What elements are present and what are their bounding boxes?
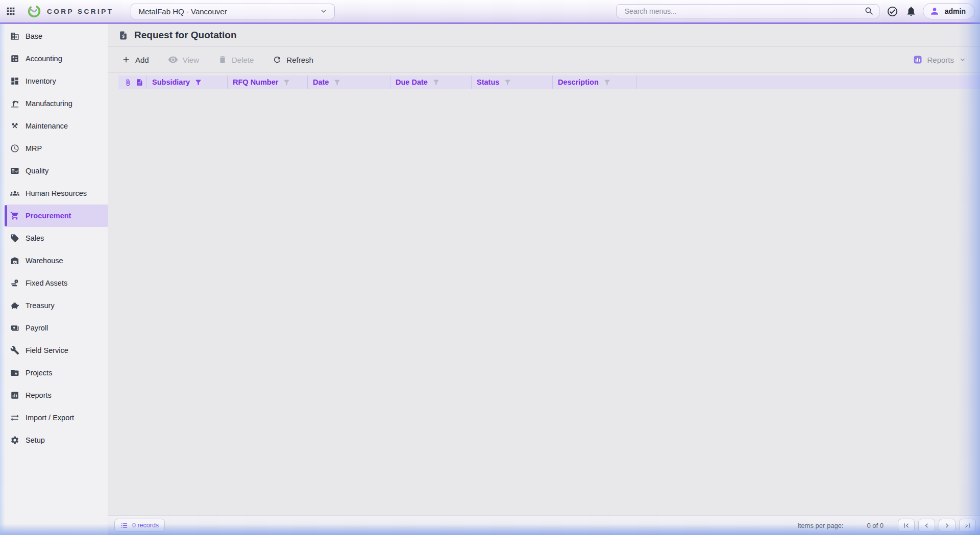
first-page-button[interactable]: [898, 519, 915, 532]
sidebar-item-sales[interactable]: Sales: [0, 227, 108, 249]
sidebar-item-accounting[interactable]: Accounting: [0, 47, 108, 70]
column-header-rfq-number[interactable]: RFQ Number: [228, 75, 308, 89]
clock-icon: [10, 144, 19, 153]
column-header-status[interactable]: Status: [472, 75, 553, 89]
doc-icon: [136, 79, 143, 86]
brand-name: CORP SCRIPT: [47, 8, 114, 15]
filter-icon[interactable]: [432, 79, 440, 86]
company-selector[interactable]: MetalFab HQ - Vancouver: [131, 4, 335, 19]
sidebar-item-label: Field Service: [26, 346, 68, 354]
sidebar-item-human-resources[interactable]: Human Resources: [0, 182, 108, 205]
previous-page-button[interactable]: [918, 519, 935, 532]
records-count-chip[interactable]: 0 records: [114, 519, 165, 532]
reports-dropdown-button[interactable]: Reports: [913, 55, 967, 64]
check-circle-icon[interactable]: [887, 6, 898, 17]
request-quote-icon: $: [118, 31, 128, 40]
sidebar-item-reports[interactable]: Reports: [0, 384, 108, 406]
sidebar-item-label: Manufacturing: [26, 99, 72, 108]
column-header-subsidiary[interactable]: Subsidiary: [147, 75, 228, 89]
sidebar-item-setup[interactable]: Setup: [0, 429, 108, 451]
sidebar-item-fixed-assets[interactable]: Fixed Assets: [0, 272, 108, 294]
sidebar-item-payroll[interactable]: Payroll: [0, 317, 108, 339]
sidebar-item-quality[interactable]: Quality: [0, 160, 108, 182]
sidebar-item-projects[interactable]: Projects: [0, 362, 108, 384]
column-header-label: RFQ Number: [233, 78, 278, 86]
sidebar-item-label: Reports: [26, 391, 52, 399]
precision-manufacturing-icon: [10, 99, 19, 108]
filter-icon[interactable]: [504, 79, 511, 86]
eye-icon: [168, 55, 178, 65]
sidebar-item-label: Base: [26, 32, 42, 40]
sidebar-item-label: Sales: [26, 234, 44, 242]
pager-buttons: [898, 519, 976, 532]
pagination: Items per page: 0 of 0: [797, 519, 976, 532]
filter-icon[interactable]: [603, 79, 611, 86]
sidebar-item-manufacturing[interactable]: Manufacturing: [0, 92, 108, 115]
sidebar-item-label: Maintenance: [26, 122, 68, 130]
refresh-button[interactable]: Refresh: [273, 55, 313, 64]
search-icon[interactable]: [864, 6, 874, 16]
toolbar-button-label: Refresh: [286, 56, 313, 64]
fact-check-icon: [10, 166, 19, 175]
domain-icon: [10, 32, 19, 41]
delete-button[interactable]: Delete: [218, 55, 254, 64]
sidebar-item-treasury[interactable]: Treasury: [0, 294, 108, 317]
records-count-label: 0 records: [132, 522, 159, 529]
brand-logo: CORP SCRIPT: [27, 4, 114, 19]
wrench-icon: [10, 346, 19, 355]
shopping-cart-icon: [10, 211, 19, 220]
sidebar-item-label: MRP: [26, 144, 42, 152]
filter-icon[interactable]: [194, 79, 202, 86]
sidebar-item-base[interactable]: Base: [0, 25, 108, 47]
user-menu[interactable]: admin: [923, 3, 975, 19]
column-header-description[interactable]: Description: [553, 75, 637, 89]
column-header-icons[interactable]: [118, 75, 147, 89]
view-button[interactable]: View: [168, 55, 199, 65]
column-header-label: Due Date: [396, 78, 428, 86]
last-page-button[interactable]: [959, 519, 976, 532]
search-input[interactable]: [624, 7, 864, 16]
bell-icon[interactable]: [905, 6, 917, 17]
sidebar-item-label: Inventory: [26, 77, 56, 85]
filter-icon[interactable]: [333, 79, 341, 86]
add-button[interactable]: Add: [121, 55, 149, 64]
chevron-right-icon: [943, 521, 951, 530]
payments-icon: [10, 323, 19, 333]
company-selector-value: MetalFab HQ - Vancouver: [139, 7, 227, 16]
gear-icon: [10, 436, 19, 445]
next-page-button[interactable]: [939, 519, 955, 532]
logo-icon: [27, 4, 42, 19]
search-menus-box: [616, 4, 879, 18]
sidebar-item-mrp[interactable]: MRP: [0, 137, 108, 160]
sidebar-item-maintenance[interactable]: Maintenance: [0, 115, 108, 137]
sidebar-item-procurement[interactable]: Procurement: [0, 205, 108, 227]
sell-tag-icon: [10, 234, 19, 243]
sidebar-item-label: Import / Export: [26, 414, 74, 422]
page-range-label: 0 of 0: [867, 522, 884, 529]
folder-star-icon: [10, 368, 19, 377]
chevron-left-icon: [922, 521, 931, 530]
sidebar-item-label: Payroll: [26, 324, 48, 332]
sidebar-item-inventory[interactable]: Inventory: [0, 70, 108, 92]
groups-icon: [10, 189, 19, 198]
last-page-icon: [963, 521, 972, 530]
column-header-date[interactable]: Date: [308, 75, 390, 89]
column-header-label: Status: [477, 78, 499, 86]
warehouse-icon: [10, 256, 19, 265]
sidebar-item-import-export[interactable]: Import / Export: [0, 406, 108, 429]
trash-icon: [218, 55, 227, 64]
sidebar-item-warehouse[interactable]: Warehouse: [0, 249, 108, 272]
sidebar-item-label: Projects: [26, 369, 52, 377]
main-panel: $ Request for Quotation AddViewDeleteRef…: [108, 24, 980, 535]
column-header-due-date[interactable]: Due Date: [390, 75, 472, 89]
sidebar-item-field-service[interactable]: Field Service: [0, 339, 108, 362]
sidebar-nav: BaseAccountingInventoryManufacturingMain…: [0, 24, 108, 535]
filter-icon[interactable]: [283, 79, 290, 86]
page-title: Request for Quotation: [134, 30, 237, 41]
reports-tile-icon: [913, 55, 922, 64]
chevron-down-icon: [319, 7, 328, 16]
username: admin: [945, 7, 966, 15]
apps-grid-icon[interactable]: [5, 6, 16, 17]
sync-alt-icon: [10, 413, 19, 422]
sidebar-item-label: Human Resources: [26, 189, 87, 197]
